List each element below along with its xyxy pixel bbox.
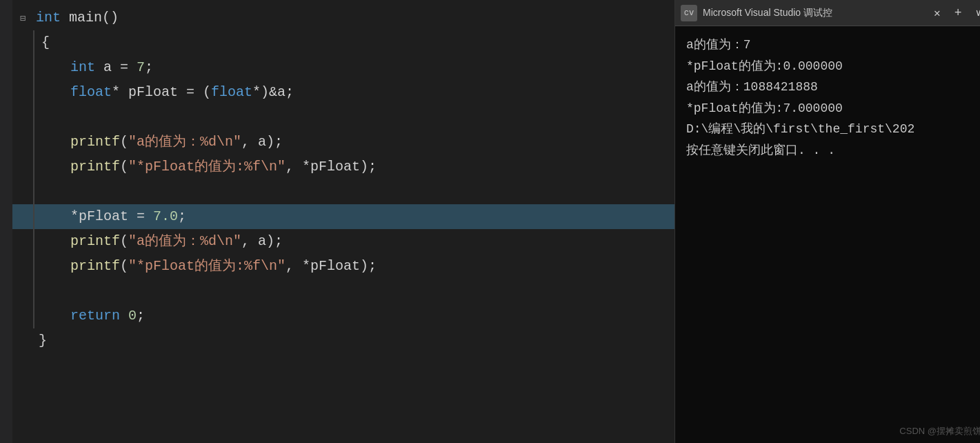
line-content: printf("a的值为：%d\n", a); xyxy=(36,130,283,155)
console-titlebar: cv Microsoft Visual Studio 调试控 ✕ + ∨ xyxy=(675,0,980,26)
code-token: a = xyxy=(95,55,137,80)
code-editor: ⊟int main(){int a = 7;float* pFloat = (f… xyxy=(12,0,674,443)
code-token: printf xyxy=(70,130,120,155)
left-strip xyxy=(0,0,12,443)
console-line: a的值为：1088421888 xyxy=(686,77,980,98)
code-token: ( xyxy=(120,254,128,279)
code-token: , a); xyxy=(241,130,283,155)
console-line: a的值为：7 xyxy=(686,35,980,56)
code-token: float xyxy=(211,80,252,105)
code-line: printf("a的值为：%d\n", a); xyxy=(12,130,674,155)
code-line: float* pFloat = (float*)&a; xyxy=(12,80,674,105)
code-token: ( xyxy=(120,130,128,155)
indent-bar xyxy=(33,130,34,155)
code-token: *pFloat = xyxy=(70,204,153,229)
code-token: printf xyxy=(70,229,120,254)
code-token: printf xyxy=(70,254,120,279)
console-line: D:\编程\我的\first\the_first\202 xyxy=(686,119,980,140)
code-token: 7 xyxy=(137,55,145,80)
line-content: int a = 7; xyxy=(36,55,153,80)
code-token: ; xyxy=(137,304,145,328)
console-title: Microsoft Visual Studio 调试控 xyxy=(703,7,928,19)
code-token: int xyxy=(36,6,61,30)
code-line: printf("*pFloat的值为:%f\n", *pFloat); xyxy=(12,254,674,279)
console-icon: cv xyxy=(681,5,697,21)
code-token: return xyxy=(70,304,128,328)
code-line: ⊟int main() xyxy=(12,6,674,30)
indent-bar xyxy=(33,229,34,254)
code-line: printf("a的值为：%d\n", a); xyxy=(12,229,674,254)
console-footer: CSDN @摆摊卖煎饼 xyxy=(675,420,980,443)
console-line: *pFloat的值为:7.000000 xyxy=(686,98,980,119)
line-content: printf("*pFloat的值为:%f\n", *pFloat); xyxy=(36,155,377,179)
code-token: ( xyxy=(120,229,128,254)
indent-bar xyxy=(33,204,34,229)
line-content: printf("*pFloat的值为:%f\n", *pFloat); xyxy=(36,254,377,279)
console-line: *pFloat的值为:0.000000 xyxy=(686,56,980,77)
line-content: } xyxy=(33,328,47,353)
code-line: int a = 7; xyxy=(12,55,674,80)
code-line: printf("*pFloat的值为:%f\n", *pFloat); xyxy=(12,155,674,179)
code-token: printf xyxy=(70,155,120,179)
indent-bar xyxy=(33,179,34,204)
collapse-button[interactable]: ⊟ xyxy=(20,12,26,24)
indent-bar xyxy=(33,279,34,304)
console-line: 按任意键关闭此窗口. . . xyxy=(686,140,980,161)
indent-bar xyxy=(33,80,34,105)
close-button[interactable]: ✕ xyxy=(928,3,946,23)
indent-bar xyxy=(33,105,34,130)
code-token: "*pFloat的值为:%f\n" xyxy=(128,254,286,279)
code-token: , a); xyxy=(241,229,283,254)
indent-bar xyxy=(33,155,34,179)
code-token: ; xyxy=(178,204,186,229)
watermark: CSDN @摆摊卖煎饼 xyxy=(899,426,980,436)
code-token: "a的值为：%d\n" xyxy=(128,229,241,254)
code-token: 0 xyxy=(128,304,137,328)
code-line: { xyxy=(12,30,674,55)
add-button[interactable]: + xyxy=(949,3,968,23)
line-content: return 0; xyxy=(36,304,145,328)
code-token: * pFloat = ( xyxy=(112,80,211,105)
code-token: "*pFloat的值为:%f\n" xyxy=(128,155,286,179)
code-token: "a的值为：%d\n" xyxy=(128,130,241,155)
code-line: *pFloat = 7.0; xyxy=(12,204,674,229)
code-token: 7.0 xyxy=(153,204,178,229)
indent-bar xyxy=(33,254,34,279)
indent-bar xyxy=(33,55,34,80)
code-line: return 0; xyxy=(12,304,674,328)
menu-button[interactable]: ∨ xyxy=(970,4,980,21)
code-token: ( xyxy=(120,155,128,179)
code-token: float xyxy=(70,80,112,105)
code-token: , *pFloat); xyxy=(286,155,377,179)
line-content: printf("a的值为：%d\n", a); xyxy=(36,229,283,254)
line-content: float* pFloat = (float*)&a; xyxy=(36,80,294,105)
code-token: *)&a; xyxy=(252,80,294,105)
code-token: ; xyxy=(145,55,153,80)
code-token: int xyxy=(70,55,95,80)
indent-bar xyxy=(33,30,34,55)
line-content: *pFloat = 7.0; xyxy=(36,204,186,229)
indent-bar xyxy=(33,304,34,328)
code-token: } xyxy=(39,328,47,353)
console-output: a的值为：7*pFloat的值为:0.000000a的值为：1088421888… xyxy=(675,26,980,420)
code-line: } xyxy=(12,328,674,353)
code-line xyxy=(12,105,674,130)
line-gutter: ⊟ xyxy=(12,12,33,24)
code-line xyxy=(12,279,674,304)
code-token: , *pFloat); xyxy=(286,254,377,279)
code-token: main() xyxy=(61,6,119,30)
code-line xyxy=(12,179,674,204)
line-content: int main() xyxy=(33,6,119,30)
line-content: { xyxy=(36,30,50,55)
code-token: { xyxy=(41,30,50,55)
console-panel: cv Microsoft Visual Studio 调试控 ✕ + ∨ a的值… xyxy=(674,0,980,443)
